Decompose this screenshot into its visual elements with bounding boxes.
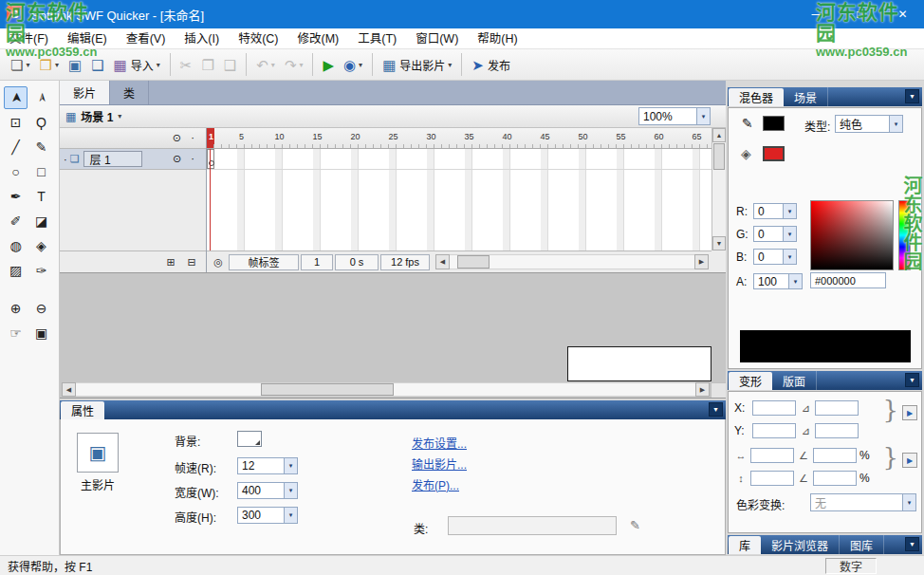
timeline-vscroll-thumb[interactable] xyxy=(713,143,725,170)
empty-keyframe[interactable] xyxy=(207,149,214,169)
chevron-down-icon[interactable]: ▾ xyxy=(889,116,902,132)
frame-grid[interactable] xyxy=(207,149,711,250)
eraser-tool[interactable]: ◪ xyxy=(29,210,53,232)
rotate2-input[interactable] xyxy=(813,471,857,486)
timeline-vscrollbar[interactable]: ▲ ▼ xyxy=(711,128,726,250)
new-document-button[interactable]: ❏▾ xyxy=(7,53,33,77)
layer-visibility-icon[interactable]: ⊙ xyxy=(173,153,181,165)
publish-button[interactable]: ➤发布 xyxy=(468,53,514,77)
menu-window[interactable]: 窗口(W) xyxy=(406,28,468,48)
apply-transform-button[interactable]: ▶ xyxy=(902,405,917,420)
timeline-hscrollbar[interactable]: ◀ ▶ xyxy=(435,254,709,269)
menu-modify[interactable]: 修改(M) xyxy=(287,28,348,48)
menu-help[interactable]: 帮助(H) xyxy=(468,28,527,48)
delete-layer-button[interactable]: ⊟ xyxy=(183,253,200,270)
chevron-down-icon[interactable]: ▾ xyxy=(696,108,710,124)
chevron-down-icon[interactable]: ▾ xyxy=(902,494,915,510)
minimize-button[interactable]: — xyxy=(796,0,839,28)
fill-type-select[interactable]: 纯色 ▾ xyxy=(835,115,903,133)
show-hide-all-icon[interactable]: ⊙ xyxy=(173,132,181,144)
collapse-panel-icon[interactable]: ▼ xyxy=(905,537,919,551)
document-tab-class[interactable]: 类 xyxy=(110,81,149,104)
export-movie-link[interactable]: 输出影片... xyxy=(412,455,467,472)
zoom-in-tool[interactable]: ⊕ xyxy=(4,297,28,320)
lock-tool[interactable]: ▣ xyxy=(29,322,53,344)
open-button[interactable]: ❒▾ xyxy=(35,53,62,77)
stage-canvas[interactable]: ◀ ▶ xyxy=(60,273,726,399)
alpha-input[interactable]: 100 ▾ xyxy=(753,273,803,289)
hue-slider[interactable] xyxy=(898,200,911,270)
collapse-panel-icon[interactable]: ▼ xyxy=(709,402,723,417)
transform-tab-layout[interactable]: 版面 xyxy=(772,371,817,390)
layer-row[interactable]: · ❏ 层 1 ⊙ · xyxy=(60,149,206,170)
timeline-scroll-track[interactable] xyxy=(450,254,694,269)
mixer-tab-mixer[interactable]: 混色器 xyxy=(729,88,784,106)
select-tool[interactable]: ➤ xyxy=(4,86,28,109)
edit-class-icon[interactable]: ✎ xyxy=(630,518,640,532)
class-input[interactable] xyxy=(448,516,617,535)
transform-tab-transform[interactable]: 变形 xyxy=(729,372,772,390)
library-tab-library[interactable]: 库 xyxy=(729,536,761,554)
publish-settings-link[interactable]: 发布设置... xyxy=(412,435,467,451)
frame-rate-input[interactable]: 12▾ xyxy=(237,457,298,474)
canvas-scroll-track[interactable] xyxy=(76,382,695,397)
y-input[interactable] xyxy=(752,423,796,438)
collapse-panel-icon[interactable]: ▼ xyxy=(905,373,919,387)
paint-bucket-tool[interactable]: ◈ xyxy=(29,234,53,257)
zoom-combo[interactable]: 100% ▾ xyxy=(638,107,711,125)
play-button[interactable]: ▶ xyxy=(319,53,338,77)
apply-scale-button[interactable]: ▶ xyxy=(902,453,917,468)
color-transform-select[interactable]: 无 ▾ xyxy=(810,493,916,511)
scroll-right-icon[interactable]: ▶ xyxy=(695,382,710,397)
save-button[interactable]: ▣ xyxy=(65,53,85,77)
hex-color-input[interactable]: #000000 xyxy=(810,272,886,288)
scroll-right-icon[interactable]: ▶ xyxy=(694,254,709,269)
background-color-swatch[interactable] xyxy=(237,431,262,447)
subselect-tool[interactable]: ➢ xyxy=(29,86,53,109)
fill-color-swatch[interactable] xyxy=(763,146,785,161)
center-frame-button[interactable]: ◎ xyxy=(210,253,227,270)
layer-frames-row[interactable] xyxy=(207,149,711,170)
import-button[interactable]: ▦导入▾ xyxy=(110,53,164,77)
channel-b-input[interactable]: 0▾ xyxy=(753,249,797,265)
stroke-pen-icon[interactable]: ✎ xyxy=(742,116,753,131)
channel-r-input[interactable]: 0▾ xyxy=(753,203,797,219)
channel-g-input[interactable]: 0▾ xyxy=(753,226,797,242)
color-saturation-picker[interactable] xyxy=(810,200,894,270)
x-input[interactable] xyxy=(752,400,796,416)
menu-effects[interactable]: 特效(C) xyxy=(229,28,287,48)
document-tab-movie[interactable]: 影片 xyxy=(60,81,110,104)
stroke-color-swatch[interactable] xyxy=(763,116,785,131)
rectangle-tool[interactable]: □ xyxy=(29,160,53,183)
menu-edit[interactable]: 编辑(E) xyxy=(58,28,117,48)
maximize-button[interactable]: □ xyxy=(839,0,881,28)
save-all-button[interactable]: ❑ xyxy=(87,53,107,77)
ink-bottle-tool[interactable]: ◍ xyxy=(4,234,28,257)
add-layer-button[interactable]: ⊞ xyxy=(162,253,179,270)
line-tool[interactable]: ╱ xyxy=(4,136,28,158)
brush-tool[interactable]: ✐ xyxy=(4,210,28,232)
scroll-left-icon[interactable]: ◀ xyxy=(62,382,76,397)
chevron-down-icon[interactable]: ▾ xyxy=(788,274,802,288)
height-input[interactable]: 300▾ xyxy=(237,507,298,524)
width-input[interactable]: 400▾ xyxy=(237,482,298,499)
menu-insert[interactable]: 插入(I) xyxy=(175,28,229,48)
pencil-tool[interactable]: ✎ xyxy=(29,136,53,158)
mixer-tab-scene[interactable]: 场景 xyxy=(784,87,828,106)
width-scale-input[interactable] xyxy=(750,448,794,463)
hand-tool[interactable]: ☞ xyxy=(4,322,28,344)
paint-bucket-icon[interactable]: ◈ xyxy=(741,146,751,161)
canvas-scroll-thumb[interactable] xyxy=(261,383,394,396)
menu-view[interactable]: 查看(V) xyxy=(117,28,176,48)
scroll-up-icon[interactable]: ▲ xyxy=(712,128,726,142)
pen-tool[interactable]: ✒ xyxy=(4,185,28,208)
menu-tools[interactable]: 工具(T) xyxy=(348,28,406,48)
export-movie-button[interactable]: ▦导出影片▾ xyxy=(379,53,455,77)
eyedropper-tool[interactable]: ✑ xyxy=(29,259,53,282)
scene-dropdown-icon[interactable]: ▾ xyxy=(118,112,121,121)
publish-link[interactable]: 发布(P)... xyxy=(412,476,459,492)
layer-name[interactable]: 层 1 xyxy=(83,151,142,167)
library-tab-movie-explorer[interactable]: 影片浏览器 xyxy=(761,535,840,554)
close-button[interactable]: ✕ xyxy=(881,0,924,28)
rotate-input[interactable] xyxy=(813,448,857,463)
